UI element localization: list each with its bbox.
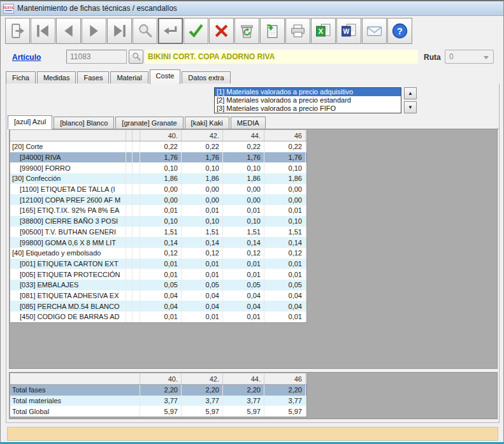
table-row[interactable]: [34000] RIVA1,761,761,761,76 [10,152,306,163]
table-row[interactable]: [30] Confección1,861,861,861,86 [10,173,306,184]
cell: 0,01 [264,259,306,269]
row-label: Total fases [10,385,140,396]
send-mail-button[interactable] [362,18,387,44]
table-row[interactable]: Total materiales3,773,773,773,77 [10,396,306,406]
table-row[interactable]: [085] PERCHA MD.54 BLANCO0,040,040,040,0… [10,301,306,312]
totals-grid[interactable]: 40.42.44.46Total fases2,202,202,202,20To… [10,373,307,417]
cell [133,301,140,312]
column-header[interactable]: 46 [264,373,306,384]
table-row[interactable]: [20] Corte0,220,220,220,22 [10,141,306,152]
column-header[interactable]: 44. [223,130,264,141]
table-row[interactable]: Total fases2,202,202,202,20 [10,385,306,396]
next-record-button[interactable] [82,18,106,44]
color-tab-azul-azul[interactable]: [azul] Azul [8,115,52,129]
row-label: [165] ETIQ.T.IX. 92% PA 8% EA [10,205,126,216]
previous-record-button[interactable] [56,18,81,44]
tab-ficha[interactable]: Ficha [6,71,36,84]
chevron-down-icon [484,56,489,59]
cell: 0,01 [140,312,182,322]
cell: 0,10 [223,162,264,173]
table-row[interactable]: [450] CODIGO DE BARRAS AD0,010,010,010,0… [10,312,306,322]
table-row[interactable]: [90500] T.V. BUTHAN GENERI1,511,511,511,… [10,227,306,238]
articulo-link[interactable]: Artículo [12,53,41,62]
last-record-button[interactable] [107,18,132,44]
cost-grid[interactable]: 40.42.44.46[20] Corte0,220,220,220,22[34… [10,130,307,323]
column-header[interactable]: 44. [223,373,264,384]
help-button[interactable]: ? [387,18,412,44]
table-row[interactable]: [38800] CIERRE BAÑO 3 POSI0,100,100,100,… [10,216,306,227]
cell: 0,01 [140,205,182,216]
ruta-select[interactable]: 0 [445,50,494,64]
list-sheet-icon [264,22,281,39]
list-item[interactable]: [3] Materiales valorados a precio FIFO [215,104,401,113]
export-word-button[interactable]: W [336,18,361,44]
column-header[interactable]: 40. [140,373,182,384]
delete-button[interactable] [234,18,259,44]
table-row[interactable]: [99800] GOMA 0,6 X 8 MM LIT0,140,140,140… [10,237,306,248]
valuation-listbox[interactable]: [1] Materiales valorados a precio adquis… [214,87,401,113]
column-header[interactable]: 40. [140,130,182,141]
svg-text:W: W [343,28,349,35]
color-tab-kaki-kaki[interactable]: [kaki] Kaki [185,117,229,129]
search-button[interactable] [133,18,157,44]
svg-text:TEXTIL: TEXTIL [3,6,14,10]
column-header[interactable]: 42. [182,373,223,384]
table-row[interactable]: [40] Etiquetado y embolsado0,120,120,120… [10,248,306,259]
article-description: BIKINI CORT. COPA ADORNO RIVA [145,50,418,64]
list-item[interactable]: [2] Materiales valorados a precio estand… [215,96,401,104]
excel-icon: X [315,22,332,39]
table-row[interactable]: Total Global5,975,975,975,97 [10,406,306,417]
cell: 0,01 [264,269,306,280]
confirm-button[interactable] [184,18,208,44]
table-row[interactable]: [99900] FORRO0,100,100,100,10 [10,162,306,173]
article-search-button[interactable] [129,50,143,64]
list-report-button[interactable] [260,18,285,44]
cell: 0,10 [140,216,182,227]
tab-medidas[interactable]: Medidas [37,71,76,84]
color-tab-blanco-blanco[interactable]: [blanco] Blanco [54,117,114,129]
cell: 0,01 [223,312,264,322]
cell: 0,22 [182,141,223,152]
tab-fases[interactable]: Fases [77,71,109,84]
column-header[interactable]: 46 [264,130,306,141]
cell: 0,01 [182,269,223,280]
cancel-button[interactable] [209,18,234,44]
list-scroll-down-button[interactable]: ▼ [404,101,417,113]
color-tab-media[interactable]: MEDIA [231,117,266,129]
color-tab-granate-granate[interactable]: [granate] Granate [115,117,183,129]
exit-button[interactable] [5,18,30,44]
magnifier-icon [131,52,141,62]
svg-text:X: X [319,27,324,35]
list-item[interactable]: [1] Materiales valorados a precio adquis… [215,88,401,96]
list-scroll-up-button[interactable]: ▲ [404,87,417,99]
main-tabstrip: FichaMedidasFasesMaterialCosteDatos extr… [6,69,500,84]
table-row[interactable]: [005] ETIQUETA PROTECCIÓN0,010,010,010,0… [10,269,306,280]
cell: 1,51 [182,227,223,238]
table-row[interactable]: [12100] COPA PREF 2600 AF M0,000,000,000… [10,194,306,205]
tab-coste[interactable]: Coste [150,69,181,84]
cell: 2,20 [223,385,264,396]
cross-icon [213,22,230,39]
cell: 1,51 [264,227,306,238]
print-button[interactable] [285,18,310,44]
title-bar[interactable]: TEXTIL Mantenimiento de fichas técnicas … [1,1,503,16]
enter-button[interactable] [158,18,183,44]
cell: 1,86 [140,173,182,184]
table-row[interactable]: [033] EMBALAJES0,050,050,050,05 [10,280,306,290]
cell: 1,51 [223,227,264,238]
tab-datos-extra[interactable]: Datos extra [182,71,230,84]
table-row[interactable]: [1100] ETIQUETA DE TALLA (I0,000,000,000… [10,184,306,195]
first-record-button[interactable] [31,18,55,44]
exit-door-icon [9,22,26,39]
column-header[interactable]: 42. [182,130,223,141]
cell: 0,00 [182,184,223,195]
table-row[interactable]: [081] ETIQUETA ADHESIVA EX0,040,040,040,… [10,290,306,301]
article-code-input[interactable]: 11083 [66,50,127,64]
table-row[interactable]: [165] ETIQ.T.IX. 92% PA 8% EA0,010,010,0… [10,205,306,216]
cell: 0,14 [223,237,264,248]
row-label: [001] ETIQUETA CARTON EXT [10,259,126,269]
tab-material[interactable]: Material [110,71,148,84]
table-row[interactable]: [001] ETIQUETA CARTON EXT0,010,010,010,0… [10,259,306,269]
cell: 0,10 [182,162,223,173]
export-excel-button[interactable]: X [311,18,336,44]
